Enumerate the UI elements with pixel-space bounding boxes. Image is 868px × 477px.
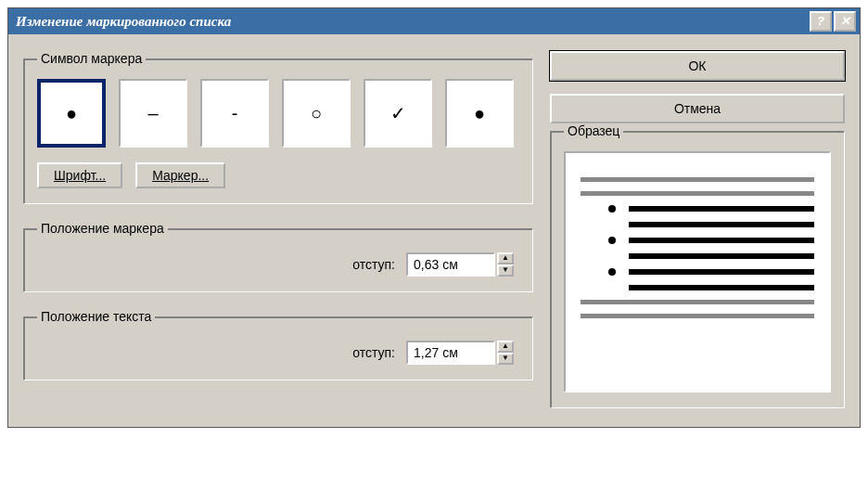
bullet-dot-icon <box>608 237 616 244</box>
bullet-dot-icon <box>608 268 616 276</box>
right-column: ОК Отмена Образец <box>550 51 845 408</box>
group-bullet-symbol: Символ маркера ● – - ○ ✓ ● Шрифт... Марк… <box>23 51 533 204</box>
bullet-glyph-filled-circle: ● <box>66 103 77 124</box>
group-preview: Образец <box>550 123 845 408</box>
preview-text-bar <box>629 206 814 212</box>
titlebar: Изменение маркированного списка ? ✕ <box>8 8 860 34</box>
dialog-window: Изменение маркированного списка ? ✕ Симв… <box>7 7 861 428</box>
ok-button[interactable]: ОК <box>550 51 845 81</box>
bullet-option-2[interactable]: - <box>200 79 269 148</box>
cancel-button[interactable]: Отмена <box>550 94 845 123</box>
preview-text-bar <box>629 253 814 259</box>
text-indent-spin-buttons: ▲ ▼ <box>497 341 514 365</box>
left-column: Символ маркера ● – - ○ ✓ ● Шрифт... Марк… <box>23 51 533 408</box>
group-marker-position-label: Положение маркера <box>37 221 168 236</box>
preview-text-bar <box>629 285 814 290</box>
bullet-buttons-row: Шрифт... Маркер... <box>37 162 519 188</box>
preview-bullet-line <box>581 205 814 213</box>
preview-line <box>581 177 814 182</box>
marker-button[interactable]: Маркер... <box>135 162 225 188</box>
group-bullet-symbol-label: Символ маркера <box>37 51 146 66</box>
preview-text-bar <box>629 222 814 227</box>
group-marker-position: Положение маркера отступ: ▲ ▼ <box>23 221 533 292</box>
marker-indent-row: отступ: ▲ ▼ <box>37 249 519 277</box>
bullet-option-4[interactable]: ✓ <box>364 79 432 148</box>
marker-indent-up[interactable]: ▲ <box>497 252 514 264</box>
marker-indent-spinner: ▲ ▼ <box>406 252 514 277</box>
bullet-option-5[interactable]: ● <box>445 79 514 148</box>
bullet-glyph-open-circle: ○ <box>311 103 322 124</box>
close-button[interactable]: ✕ <box>834 11 856 32</box>
bullet-glyph-checkmark: ✓ <box>390 102 406 124</box>
marker-indent-label: отступ: <box>352 257 395 272</box>
bullet-glyph-hyphen: - <box>232 103 238 124</box>
marker-indent-spin-buttons: ▲ ▼ <box>497 252 514 277</box>
text-indent-down[interactable]: ▼ <box>497 353 514 365</box>
preview-canvas <box>564 151 831 393</box>
bullet-option-3[interactable]: ○ <box>282 79 351 148</box>
bullet-option-1[interactable]: – <box>119 79 187 148</box>
preview-bullet-line <box>581 237 814 244</box>
preview-text-bar <box>629 269 814 275</box>
font-button[interactable]: Шрифт... <box>37 162 122 188</box>
group-preview-label: Образец <box>564 123 623 138</box>
text-indent-up[interactable]: ▲ <box>497 341 514 353</box>
bullet-dot-icon <box>608 205 616 213</box>
bullet-options-row: ● – - ○ ✓ ● <box>37 79 519 148</box>
help-button[interactable]: ? <box>810 11 832 32</box>
bullet-option-0[interactable]: ● <box>37 79 106 148</box>
preview-text-bar <box>629 238 814 243</box>
window-title: Изменение маркированного списка <box>16 14 808 30</box>
preview-line <box>581 191 814 196</box>
marker-indent-input[interactable] <box>406 252 495 277</box>
dialog-buttons: ОК Отмена <box>550 51 845 123</box>
bullet-glyph-dot: ● <box>474 103 485 124</box>
dialog-body: Символ маркера ● – - ○ ✓ ● Шрифт... Марк… <box>8 34 860 427</box>
group-text-position-label: Положение текста <box>37 309 155 324</box>
group-text-position: Положение текста отступ: ▲ ▼ <box>23 309 533 380</box>
text-indent-spinner: ▲ ▼ <box>406 341 514 365</box>
text-indent-row: отступ: ▲ ▼ <box>37 337 519 365</box>
preview-line <box>581 314 814 318</box>
bullet-glyph-en-dash: – <box>147 103 158 124</box>
text-indent-input[interactable] <box>406 341 495 365</box>
text-indent-label: отступ: <box>352 345 395 360</box>
marker-indent-down[interactable]: ▼ <box>497 264 514 277</box>
preview-line <box>581 300 814 304</box>
preview-bullet-line <box>581 268 814 276</box>
